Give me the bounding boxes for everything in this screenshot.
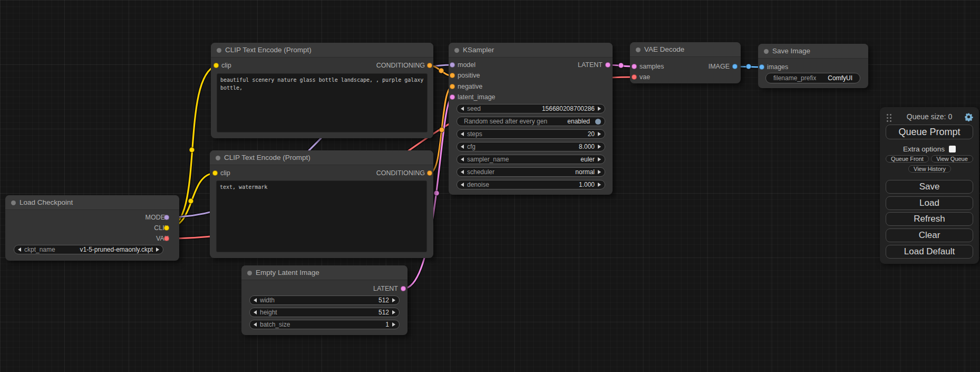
load-default-button[interactable]: Load Default xyxy=(886,245,973,259)
node-header[interactable]: Load Checkpoint xyxy=(5,195,179,210)
seed-widget[interactable]: seed 156680208700286 xyxy=(457,104,605,113)
queue-front-button[interactable]: Queue Front xyxy=(886,155,929,163)
sampler-name-widget[interactable]: sampler_name euler xyxy=(457,155,605,164)
collapse-dot-icon[interactable] xyxy=(247,271,252,275)
view-queue-button[interactable]: View Queue xyxy=(931,155,973,163)
increment-arrow-icon[interactable] xyxy=(156,247,159,252)
input-slot-latent-image[interactable] xyxy=(450,94,455,100)
link-dot-images xyxy=(746,64,751,69)
increment-arrow-icon[interactable] xyxy=(598,107,601,111)
collapse-dot-icon[interactable] xyxy=(216,156,220,160)
increment-arrow-icon[interactable] xyxy=(598,183,601,187)
cfg-widget[interactable]: cfg 8.000 xyxy=(457,142,605,151)
input-slot-clip[interactable] xyxy=(212,170,218,176)
steps-widget[interactable]: steps 20 xyxy=(457,129,605,139)
input-label-model: model xyxy=(458,61,476,69)
decrement-arrow-icon[interactable] xyxy=(461,145,464,149)
collapse-dot-icon[interactable] xyxy=(764,49,769,54)
node-header[interactable]: VAE Decode xyxy=(630,42,741,57)
output-slot-latent[interactable] xyxy=(605,62,610,68)
height-widget[interactable]: height 512 xyxy=(249,308,400,317)
node-empty-latent-image[interactable]: Empty Latent Image LATENT width 512 heig… xyxy=(241,265,407,335)
node-vae-decode[interactable]: VAE Decode samples vae IMAGE xyxy=(630,42,741,83)
extra-options-checkbox[interactable] xyxy=(949,146,956,152)
node-save-image[interactable]: Save Image images filename_prefix ComfyU… xyxy=(758,44,868,88)
input-slot-model[interactable] xyxy=(450,62,455,68)
output-label-conditioning: CONDITIONING xyxy=(376,169,425,177)
comfy-menu-panel: Queue size: 0 Queue Prompt Extra options… xyxy=(880,107,979,264)
increment-arrow-icon[interactable] xyxy=(598,157,601,161)
prompt-textarea[interactable]: text, watermark xyxy=(216,180,427,252)
output-slot-conditioning[interactable] xyxy=(427,170,432,176)
output-slot-model[interactable] xyxy=(164,215,169,220)
comfyui-canvas[interactable]: { "palette": { "model": "#B39DDB", "clip… xyxy=(0,0,980,372)
output-label-image: IMAGE xyxy=(709,62,730,71)
collapse-dot-icon[interactable] xyxy=(217,48,221,53)
input-slot-negative[interactable] xyxy=(450,84,455,89)
decrement-arrow-icon[interactable] xyxy=(461,170,464,174)
node-ksampler[interactable]: KSampler model positive negative latent_… xyxy=(449,43,613,195)
input-label-vae: vae xyxy=(639,73,650,81)
output-slot-image[interactable] xyxy=(732,64,738,69)
input-slot-vae[interactable] xyxy=(632,74,637,80)
collapse-dot-icon[interactable] xyxy=(454,48,459,53)
queue-prompt-button[interactable]: Queue Prompt xyxy=(886,125,973,139)
increment-arrow-icon[interactable] xyxy=(598,145,601,149)
decrement-arrow-icon[interactable] xyxy=(254,298,257,302)
output-slot-clip[interactable] xyxy=(164,225,169,231)
decrement-arrow-icon[interactable] xyxy=(461,183,464,187)
node-header[interactable]: CLIP Text Encode (Prompt) xyxy=(211,43,433,58)
settings-gear-icon[interactable] xyxy=(964,112,973,121)
output-slot-latent[interactable] xyxy=(401,286,406,291)
clear-button[interactable]: Clear xyxy=(886,228,973,242)
ckpt-name-widget[interactable]: ckpt_name v1-5-pruned-emaonly.ckpt xyxy=(14,245,163,254)
node-clip-text-encode-negative[interactable]: CLIP Text Encode (Prompt) clip CONDITION… xyxy=(210,150,433,258)
input-slot-positive[interactable] xyxy=(450,73,455,78)
collapse-dot-icon[interactable] xyxy=(636,47,641,52)
increment-arrow-icon[interactable] xyxy=(392,310,395,314)
node-header[interactable]: CLIP Text Encode (Prompt) xyxy=(210,150,433,165)
increment-arrow-icon[interactable] xyxy=(598,132,601,136)
scheduler-widget[interactable]: scheduler normal xyxy=(457,167,605,177)
decrement-arrow-icon[interactable] xyxy=(461,107,464,111)
link-dot-clip2 xyxy=(188,198,193,204)
load-button[interactable]: Load xyxy=(886,196,973,210)
node-header[interactable]: Empty Latent Image xyxy=(241,265,407,280)
output-slot-conditioning[interactable] xyxy=(427,63,432,68)
denoise-widget[interactable]: denoise 1.000 xyxy=(457,180,605,189)
node-load-checkpoint[interactable]: Load Checkpoint MODEL CLIP VAE ckpt_name… xyxy=(5,195,179,261)
widget-value: 1.000 xyxy=(579,181,595,188)
node-title: KSampler xyxy=(463,46,494,54)
decrement-arrow-icon[interactable] xyxy=(254,310,257,314)
toggle-dot-icon[interactable] xyxy=(595,119,601,125)
widget-label: height xyxy=(260,309,277,316)
random-seed-toggle-widget[interactable]: Random seed after every gen enabled xyxy=(457,117,605,126)
increment-arrow-icon[interactable] xyxy=(392,298,395,302)
filename-prefix-widget[interactable]: filename_prefix ComfyUI xyxy=(765,73,860,83)
width-widget[interactable]: width 512 xyxy=(249,295,400,305)
input-slot-clip[interactable] xyxy=(214,63,219,68)
input-slot-images[interactable] xyxy=(759,64,764,70)
decrement-arrow-icon[interactable] xyxy=(254,322,257,327)
node-clip-text-encode-positive[interactable]: CLIP Text Encode (Prompt) clip CONDITION… xyxy=(211,43,433,138)
input-label-negative: negative xyxy=(458,82,482,91)
widget-value: 512 xyxy=(379,297,389,304)
node-header[interactable]: Save Image xyxy=(758,44,868,59)
input-slot-samples[interactable] xyxy=(632,64,637,69)
view-history-button[interactable]: View History xyxy=(908,165,951,173)
widget-label: Random seed after every gen xyxy=(464,118,547,125)
decrement-arrow-icon[interactable] xyxy=(461,157,464,161)
increment-arrow-icon[interactable] xyxy=(392,322,395,327)
link-dot-negative xyxy=(439,127,444,132)
batch-size-widget[interactable]: batch_size 1 xyxy=(249,320,400,329)
refresh-button[interactable]: Refresh xyxy=(886,212,973,226)
decrement-arrow-icon[interactable] xyxy=(18,247,21,252)
input-label-clip: clip xyxy=(220,169,230,177)
save-button[interactable]: Save xyxy=(886,180,973,194)
node-header[interactable]: KSampler xyxy=(449,43,613,58)
prompt-textarea[interactable]: beautiful scenery nature glass bottle la… xyxy=(217,73,428,132)
increment-arrow-icon[interactable] xyxy=(598,170,601,174)
output-slot-vae[interactable] xyxy=(164,236,169,241)
collapse-dot-icon[interactable] xyxy=(11,201,16,205)
decrement-arrow-icon[interactable] xyxy=(461,132,464,136)
